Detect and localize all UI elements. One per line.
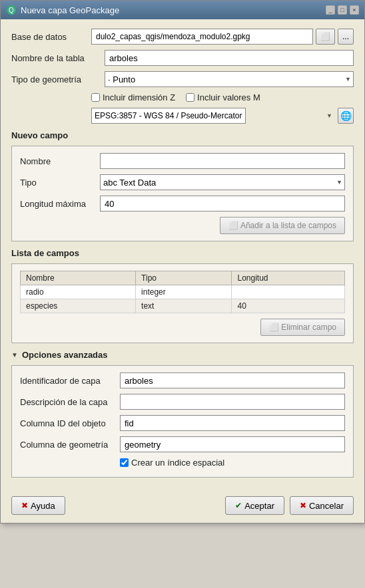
titlebar-controls: _ □ ×	[326, 5, 359, 15]
table-name-input[interactable]	[105, 50, 354, 66]
desc-capa-label: Descripción de la capa	[20, 397, 120, 407]
help-button[interactable]: ✖ Ayuda	[11, 496, 65, 515]
accept-btn-label: Aceptar	[244, 501, 274, 511]
footer-right: ✔ Aceptar ✖ Cancelar	[225, 496, 354, 515]
epsg-select[interactable]: EPSG:3857 - WGS 84 / Pseudo-Mercator	[91, 108, 246, 124]
svg-text:Q: Q	[9, 7, 14, 14]
campo-nombre-input[interactable]	[100, 153, 345, 169]
campo-tipo-label: Tipo	[20, 178, 100, 188]
app-icon: Q	[6, 5, 17, 15]
table-row[interactable]: radio integer	[21, 285, 345, 299]
row-tipo-1: integer	[136, 285, 232, 299]
row-longitud-2: 40	[232, 299, 345, 313]
database-row: Base de datos ⬜ ...	[11, 29, 354, 45]
spatial-index-text: Crear un índice espacial	[131, 458, 224, 468]
col-geom-row: Columna de geometría	[20, 436, 345, 452]
geometry-type-wrapper: · Punto Línea Polígono Sin geometría	[105, 71, 354, 87]
col-geom-label: Columna de geometría	[20, 440, 120, 450]
delete-btn-label: Eliminar campo	[281, 323, 336, 332]
lista-campos-header: Lista de campos	[11, 248, 354, 258]
spatial-index-label[interactable]: Crear un índice espacial	[120, 458, 224, 468]
database-input[interactable]	[91, 29, 313, 45]
id-capa-label: Identificador de capa	[20, 376, 120, 386]
minimize-button[interactable]: _	[326, 5, 335, 15]
cancel-icon: ✖	[300, 501, 306, 510]
delete-field-button[interactable]: ⬜ Eliminar campo	[260, 319, 345, 336]
add-to-list-button[interactable]: ⬜ Añadir a la lista de campos	[220, 217, 345, 234]
database-label: Base de datos	[11, 32, 91, 42]
fields-table: Nombre Tipo Longitud radio integer espec…	[20, 271, 345, 313]
col-id-label: Columna ID del objeto	[20, 418, 120, 428]
help-btn-label: Ayuda	[31, 501, 55, 511]
database-input-group: ⬜ ...	[91, 29, 354, 45]
cancel-btn-label: Cancelar	[309, 501, 344, 511]
col-geom-input[interactable]	[120, 436, 345, 452]
table-name-label: Nombre de la tabla	[11, 53, 105, 63]
table-name-row: Nombre de la tabla	[11, 50, 354, 66]
campo-nombre-label: Nombre	[20, 156, 100, 166]
footer: ✖ Ayuda ✔ Aceptar ✖ Cancelar	[1, 491, 364, 523]
desc-capa-row: Descripción de la capa	[20, 394, 345, 410]
window-title: Nueva capa GeoPackage	[21, 5, 119, 15]
include-m-label[interactable]: Incluir valores M	[186, 92, 260, 102]
row-nombre-1: radio	[21, 285, 136, 299]
epsg-row: EPSG:3857 - WGS 84 / Pseudo-Mercator 🌐	[91, 108, 354, 124]
maximize-button[interactable]: □	[338, 5, 347, 15]
accept-button[interactable]: ✔ Aceptar	[225, 496, 284, 515]
campo-longitud-row: Longitud máxima	[20, 196, 345, 212]
col-nombre-header: Nombre	[21, 271, 136, 285]
campo-nombre-row: Nombre	[20, 153, 345, 169]
geometry-type-row: Tipo de geometría · Punto Línea Polígono…	[11, 71, 354, 87]
col-longitud-header: Longitud	[232, 271, 345, 285]
titlebar-left: Q Nueva capa GeoPackage	[6, 5, 119, 15]
dimension-row: Incluir dimensión Z Incluir valores M	[91, 92, 354, 102]
campo-tipo-wrapper: abc Text Data Integer Real Date	[100, 174, 345, 190]
geometry-type-select[interactable]: · Punto Línea Polígono Sin geometría	[105, 71, 354, 87]
geometry-type-label: Tipo de geometría	[11, 74, 105, 84]
id-capa-input[interactable]	[120, 372, 345, 388]
delete-icon: ⬜	[269, 323, 279, 332]
advanced-header[interactable]: ▼ Opciones avanzadas	[11, 350, 354, 360]
lista-campos-box: Nombre Tipo Longitud radio integer espec…	[11, 263, 354, 343]
campo-tipo-select[interactable]: abc Text Data Integer Real Date	[100, 174, 345, 190]
table-row[interactable]: especies text 40	[21, 299, 345, 313]
form-content: Base de datos ⬜ ... Nombre de la tabla T…	[1, 19, 364, 491]
spatial-index-row: Crear un índice espacial	[120, 458, 345, 468]
col-id-input[interactable]	[120, 415, 345, 431]
close-button[interactable]: ×	[350, 5, 359, 15]
col-id-row: Columna ID del objeto	[20, 415, 345, 431]
advanced-box: Identificador de capa Descripción de la …	[11, 365, 354, 478]
desc-capa-input[interactable]	[120, 394, 345, 410]
id-capa-row: Identificador de capa	[20, 372, 345, 388]
database-browse-button[interactable]: ...	[338, 29, 354, 45]
campo-longitud-label: Longitud máxima	[20, 199, 100, 209]
campo-longitud-input[interactable]	[100, 196, 345, 212]
row-longitud-1	[232, 285, 345, 299]
epsg-wrapper: EPSG:3857 - WGS 84 / Pseudo-Mercator	[91, 108, 335, 124]
collapse-triangle-icon: ▼	[11, 351, 18, 359]
titlebar: Q Nueva capa GeoPackage _ □ ×	[1, 1, 364, 19]
row-nombre-2: especies	[21, 299, 136, 313]
spatial-index-checkbox[interactable]	[120, 458, 129, 467]
epsg-globe-button[interactable]: 🌐	[338, 108, 354, 124]
include-z-text: Incluir dimensión Z	[103, 92, 175, 102]
include-z-label[interactable]: Incluir dimensión Z	[91, 92, 175, 102]
add-btn-label: Añadir a la lista de campos	[240, 221, 336, 230]
row-tipo-2: text	[136, 299, 232, 313]
nuevo-campo-header: Nuevo campo	[11, 130, 354, 140]
main-window: Q Nueva capa GeoPackage _ □ × Base de da…	[0, 0, 365, 523]
accept-icon: ✔	[235, 501, 242, 510]
help-icon: ✖	[21, 501, 28, 510]
include-m-text: Incluir valores M	[197, 92, 260, 102]
include-m-checkbox[interactable]	[186, 93, 194, 102]
advanced-title: Opciones avanzadas	[22, 350, 108, 360]
database-clear-button[interactable]: ⬜	[316, 29, 335, 45]
nuevo-campo-box: Nombre Tipo abc Text Data Integer Real D…	[11, 146, 354, 241]
include-z-checkbox[interactable]	[91, 93, 100, 102]
col-tipo-header: Tipo	[136, 271, 232, 285]
campo-tipo-row: Tipo abc Text Data Integer Real Date	[20, 174, 345, 190]
add-icon: ⬜	[228, 221, 238, 230]
cancel-button[interactable]: ✖ Cancelar	[290, 496, 354, 515]
